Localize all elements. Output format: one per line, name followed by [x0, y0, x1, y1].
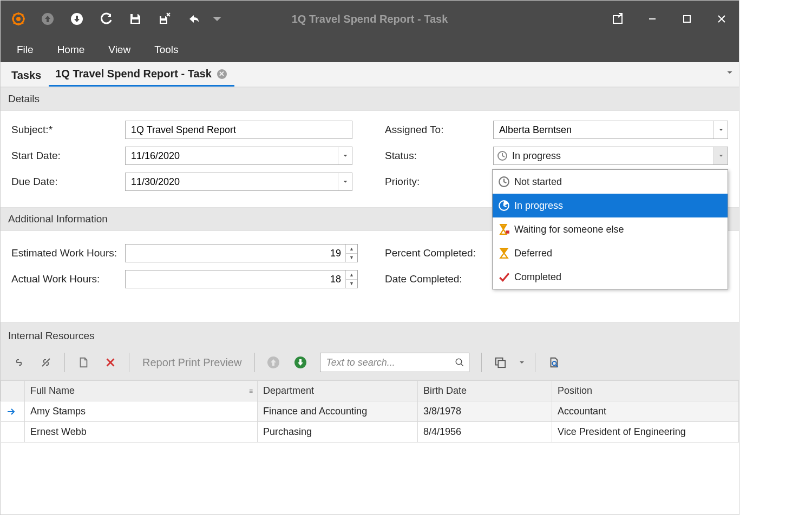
table-row[interactable]: Ernest Webb Purchasing 8/4/1956 Vice Pre… — [1, 422, 739, 443]
col-position[interactable]: Position — [552, 381, 739, 401]
clock-icon — [498, 176, 510, 188]
report-print-preview-button[interactable]: Report Print Preview — [135, 356, 249, 369]
subject-input[interactable] — [126, 121, 352, 138]
save-close-button[interactable] — [150, 1, 179, 37]
est-hours-input[interactable]: ▲ ▼ — [125, 244, 358, 262]
actual-hours-value[interactable] — [126, 270, 357, 288]
label-due-date: Due Date: — [11, 176, 125, 188]
search-icon[interactable] — [455, 358, 464, 367]
status-option-deferred[interactable]: Deferred — [493, 241, 728, 265]
svg-rect-34 — [499, 360, 506, 367]
label-percent-completed: Percent Completed: — [385, 247, 493, 259]
svg-point-35 — [553, 361, 556, 365]
assigned-to-value[interactable] — [494, 121, 728, 138]
label-est-hours: Estimated Work Hours: — [11, 247, 125, 259]
svg-point-1 — [16, 17, 21, 21]
section-resources-header: Internal Resources — [1, 322, 739, 347]
col-birth-date[interactable]: Birth Date — [418, 381, 552, 401]
app-window: 1Q Travel Spend Report - Task File Home … — [0, 0, 739, 515]
menu-tools[interactable]: Tools — [142, 38, 190, 61]
menu-home[interactable]: Home — [45, 38, 97, 61]
chevron-down-icon[interactable] — [713, 147, 728, 164]
due-date-value[interactable] — [126, 173, 352, 190]
status-option-waiting[interactable]: Waiting for someone else — [493, 217, 728, 241]
undo-button[interactable] — [179, 1, 208, 37]
est-hours-value[interactable] — [126, 245, 357, 262]
title-bar: 1Q Travel Spend Report - Task — [1, 1, 739, 37]
tab-overflow-button[interactable] — [726, 69, 734, 76]
start-date-value[interactable] — [126, 147, 352, 164]
tab-tasks[interactable]: Tasks — [5, 64, 49, 87]
download-button[interactable] — [62, 1, 91, 37]
svg-rect-15 — [161, 21, 166, 23]
col-full-name[interactable]: Full Name≡ — [25, 381, 258, 401]
status-option-completed[interactable]: Completed — [493, 265, 728, 289]
maximize-button[interactable] — [670, 1, 704, 37]
move-up-button[interactable] — [260, 352, 286, 373]
chevron-down-icon[interactable] — [338, 147, 352, 164]
layout-dropdown[interactable] — [514, 352, 529, 373]
close-icon[interactable]: ✕ — [217, 69, 227, 79]
menu-view[interactable]: View — [96, 38, 142, 61]
label-subject: Subject:* — [11, 124, 125, 136]
separator — [64, 353, 65, 372]
move-down-button[interactable] — [287, 352, 313, 373]
quick-access-dropdown[interactable] — [208, 1, 226, 37]
separator — [254, 353, 255, 372]
menu-bar: File Home View Tools — [1, 37, 739, 62]
upload-button[interactable] — [33, 1, 62, 37]
status-option-not-started[interactable]: Not started — [493, 170, 728, 194]
window-controls — [600, 1, 739, 37]
hourglass-icon — [498, 247, 510, 259]
svg-rect-12 — [133, 14, 137, 17]
delete-button[interactable] — [97, 352, 123, 373]
app-logo[interactable] — [4, 1, 33, 37]
label-priority: Priority: — [385, 176, 493, 188]
cell-birth-date: 8/4/1956 — [418, 422, 552, 443]
chevron-down-icon[interactable] — [713, 121, 728, 138]
indicator-column-header[interactable] — [1, 381, 25, 401]
search-input[interactable] — [325, 356, 455, 369]
start-date-input[interactable] — [125, 147, 352, 165]
new-window-button[interactable] — [600, 1, 635, 37]
layout-button[interactable] — [487, 352, 513, 373]
search-box[interactable] — [320, 353, 469, 372]
spin-down[interactable]: ▼ — [346, 280, 357, 288]
close-window-button[interactable] — [704, 1, 739, 37]
link-button[interactable] — [6, 352, 32, 373]
assigned-to-combo[interactable] — [493, 121, 728, 139]
new-button[interactable] — [70, 352, 96, 373]
preview-button[interactable] — [541, 352, 567, 373]
separator — [481, 353, 482, 372]
cell-full-name: Ernest Webb — [25, 422, 258, 443]
status-combo[interactable]: In progress — [493, 147, 728, 165]
svg-rect-14 — [161, 16, 165, 18]
cell-position: Vice President of Engineering — [552, 422, 739, 443]
cell-full-name: Amy Stamps — [25, 401, 258, 422]
chevron-down-icon[interactable] — [338, 173, 352, 190]
hourglass-flag-icon — [498, 223, 510, 235]
due-date-input[interactable] — [125, 173, 352, 191]
spin-up[interactable]: ▲ — [346, 245, 357, 254]
table-row[interactable]: Amy Stamps Finance and Accounting 3/8/19… — [1, 401, 739, 422]
spinner: ▲ ▼ — [345, 270, 357, 288]
col-department[interactable]: Department — [258, 381, 418, 401]
label-date-completed: Date Completed: — [385, 273, 493, 285]
subject-input-wrapper — [125, 121, 352, 139]
svg-rect-18 — [684, 16, 690, 22]
unlink-button[interactable] — [33, 352, 59, 373]
section-details-header: Details — [1, 87, 739, 111]
tab-current-task[interactable]: 1Q Travel Spend Report - Task ✕ — [49, 62, 234, 87]
status-option-in-progress[interactable]: In progress — [493, 194, 728, 217]
minimize-button[interactable] — [635, 1, 670, 37]
actual-hours-input[interactable]: ▲ ▼ — [125, 270, 358, 288]
spin-down[interactable]: ▼ — [346, 254, 357, 262]
status-dropdown-popup: Not started In progress Waiting for some… — [492, 169, 728, 289]
clock-icon — [497, 150, 508, 161]
table-header-row: Full Name≡ Department Birth Date Positio… — [1, 381, 739, 401]
svg-rect-16 — [613, 16, 622, 23]
spin-up[interactable]: ▲ — [346, 270, 357, 280]
save-button[interactable] — [121, 1, 150, 37]
refresh-button[interactable] — [91, 1, 121, 37]
menu-file[interactable]: File — [5, 38, 45, 61]
